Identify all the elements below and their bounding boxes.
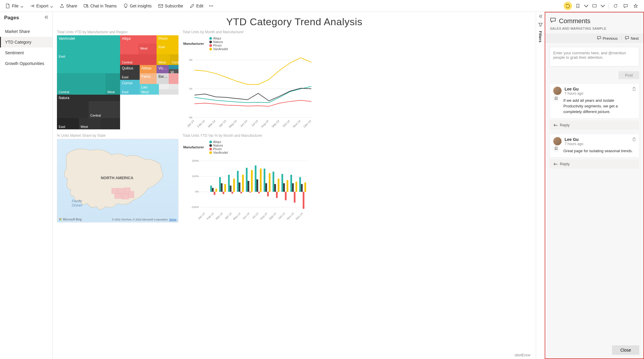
- previous-comment-button[interactable]: Previous: [597, 36, 618, 41]
- treemap-cell[interactable]: VanArsdelEast: [57, 35, 120, 73]
- line-chart-title: Total Units by Month and Manufacturer: [183, 30, 316, 34]
- map-canvas[interactable]: NORTH AMERICA Pacific Ocean Microsoft Bi…: [57, 139, 178, 223]
- svg-rect-60: [232, 192, 233, 193]
- treemap-cell[interactable]: East: [57, 118, 79, 129]
- comment-body: Great page for isolating seasonal trends…: [550, 148, 639, 158]
- filters-rail[interactable]: Filters: [536, 12, 545, 359]
- comment-time: 7 hours ago: [565, 142, 583, 146]
- page-item-ytd-category[interactable]: YTD Category: [0, 37, 52, 47]
- svg-text:May-14: May-14: [228, 119, 237, 128]
- collapse-pages-icon[interactable]: [44, 15, 48, 21]
- svg-rect-64: [239, 182, 240, 192]
- svg-rect-2: [159, 4, 163, 7]
- top-toolbar: File Export Share Chat in Teams Get insi…: [0, 0, 644, 12]
- treemap-cell[interactable]: Central: [57, 73, 106, 95]
- svg-text:1K: 1K: [189, 87, 193, 90]
- comments-title: Comments: [559, 17, 590, 25]
- treemap-cell[interactable]: West: [138, 44, 157, 54]
- svg-rect-88: [281, 174, 283, 192]
- legend-item[interactable]: Natura: [209, 40, 228, 44]
- treemap-cell[interactable]: Central: [89, 101, 120, 118]
- delete-comment-button[interactable]: [632, 87, 636, 92]
- treemap-cell[interactable]: Abbas: [140, 65, 157, 73]
- treemap-cell[interactable]: CurrusEast: [120, 80, 140, 95]
- treemap-cell[interactable]: West: [157, 54, 170, 65]
- edit-button[interactable]: Edit: [187, 2, 206, 9]
- svg-rect-29: [129, 191, 134, 198]
- next-comment-button[interactable]: Next: [625, 36, 639, 41]
- reply-button[interactable]: Reply: [549, 159, 639, 169]
- bookmark-chevron[interactable]: [584, 2, 589, 10]
- expand-filters-icon[interactable]: [538, 14, 543, 20]
- treemap-cell[interactable]: Central: [120, 54, 157, 65]
- comment-bookmark-icon[interactable]: [553, 95, 559, 101]
- treemap-cell[interactable]: Bar…: [157, 73, 169, 84]
- treemap-cell[interactable]: Cent…: [170, 54, 178, 65]
- map-terms-link[interactable]: Terms: [169, 218, 177, 221]
- treemap-cell[interactable]: [169, 84, 178, 89]
- chat-teams-button[interactable]: Chat in Teams: [81, 2, 119, 9]
- file-menu[interactable]: File: [2, 2, 26, 9]
- pages-header: Pages: [4, 15, 19, 21]
- insights-button[interactable]: Get insights: [120, 2, 155, 9]
- favorite-button[interactable]: [632, 2, 640, 10]
- treemap-cell[interactable]: West: [106, 73, 120, 95]
- treemap-cell[interactable]: [159, 89, 178, 95]
- legend-item[interactable]: Pirum: [209, 147, 228, 151]
- treemap-cell[interactable]: LeoWest: [140, 84, 159, 95]
- legend-item[interactable]: Aliqui: [209, 140, 228, 144]
- page-item-sentiment[interactable]: Sentiment: [0, 47, 52, 58]
- treemap-cell[interactable]: [169, 73, 178, 84]
- page-item-growth-opportunities[interactable]: Growth Opportunities: [0, 58, 52, 69]
- svg-rect-100: [303, 192, 305, 209]
- svg-rect-73: [255, 166, 256, 192]
- treemap-cell[interactable]: West: [79, 118, 101, 129]
- legend-item[interactable]: VanArsdel: [209, 151, 228, 154]
- svg-rect-69: [248, 181, 249, 192]
- export-menu[interactable]: Export: [27, 2, 56, 9]
- svg-text:Apr-14: Apr-14: [224, 212, 232, 220]
- refresh-button[interactable]: [611, 2, 620, 10]
- view-chevron[interactable]: [600, 2, 605, 10]
- comment-button[interactable]: [621, 2, 630, 10]
- comment-input[interactable]: Enter your comments here, and @mention p…: [549, 47, 639, 66]
- share-button[interactable]: Share: [57, 2, 80, 9]
- page-item-market-share[interactable]: Market Share: [0, 26, 52, 37]
- comment-bookmark-icon[interactable]: [553, 145, 559, 152]
- map-visual[interactable]: % Units Market Share by State NORTH AMER…: [57, 134, 178, 223]
- legend-item[interactable]: Aliqui: [209, 36, 228, 40]
- svg-text:Aug-14: Aug-14: [259, 212, 268, 220]
- treemap-cell[interactable]: Vic…: [157, 65, 169, 73]
- legend-item[interactable]: VanArsdel: [209, 47, 228, 51]
- treemap-visual[interactable]: Total Units YTD by Manufacturer and Regi…: [57, 30, 178, 129]
- map-continent-label: NORTH AMERICA: [101, 176, 133, 180]
- svg-text:Aug-14: Aug-14: [260, 119, 270, 128]
- post-button[interactable]: Post: [619, 71, 639, 79]
- bar-chart-visual[interactable]: Total Units YTD Var % by Month and Manuf…: [183, 134, 316, 223]
- comments-subtitle: SALES AND MARKETING SAMPLE: [545, 27, 643, 34]
- subscribe-button[interactable]: Subscribe: [155, 2, 186, 9]
- comment-card: Lee Gu7 hours agoGreat page for isolatin…: [549, 134, 639, 158]
- close-comments-button[interactable]: Close: [612, 345, 639, 355]
- treemap-cell[interactable]: W…: [169, 69, 178, 73]
- svg-rect-30: [112, 188, 118, 194]
- line-chart-visual[interactable]: Total Units by Month and Manufacturer Ma…: [183, 30, 316, 129]
- legend-item[interactable]: Natura: [209, 144, 228, 147]
- delete-comment-button[interactable]: [632, 137, 636, 142]
- view-button[interactable]: [590, 2, 599, 10]
- map-title: % Units Market Share by State: [57, 134, 178, 138]
- bookmark-button[interactable]: [574, 2, 582, 10]
- legend-item[interactable]: Pirum: [209, 44, 228, 47]
- bar-chart-svg: -100%0%100%200%Jan-14Feb-14Mar-14Apr-14M…: [183, 156, 316, 223]
- svg-rect-61: [233, 179, 235, 192]
- treemap-cell[interactable]: QuibusEast: [120, 65, 140, 80]
- svg-rect-99: [301, 184, 303, 192]
- reply-button[interactable]: Reply: [549, 120, 639, 130]
- export-label: Export: [36, 4, 48, 8]
- treemap-cell[interactable]: Fama: [140, 73, 157, 84]
- reset-button[interactable]: [564, 2, 572, 10]
- treemap-cell[interactable]: [159, 84, 169, 89]
- more-menu[interactable]: [207, 2, 215, 9]
- svg-rect-93: [290, 175, 292, 192]
- svg-rect-94: [292, 183, 294, 192]
